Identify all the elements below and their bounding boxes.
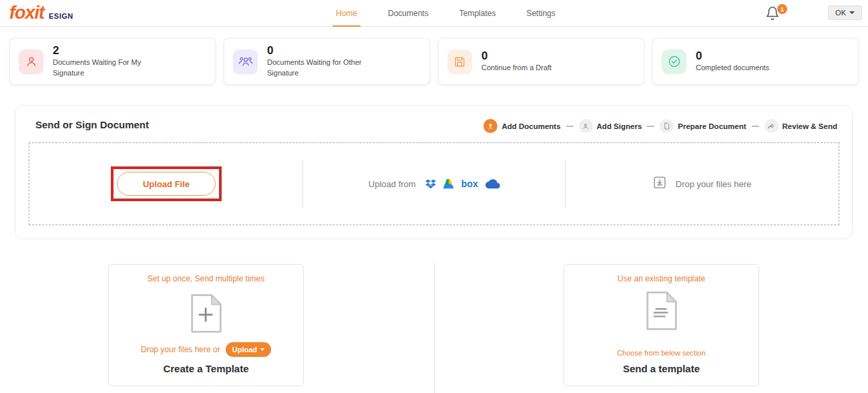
user-menu-label: OK (835, 9, 846, 17)
step-label: Add Documents (501, 122, 560, 130)
nav-tab-templates[interactable]: Templates (444, 0, 511, 27)
stat-card-drafts[interactable]: 0 Continue from a Draft (438, 38, 644, 85)
dropbox-icon[interactable] (425, 179, 436, 189)
stat-label: Documents Waiting for Other Signature (267, 57, 384, 79)
foxit-wordmark: foxit (9, 3, 44, 23)
person-icon (19, 49, 43, 74)
step-label: Review & Send (783, 122, 837, 130)
onedrive-icon[interactable] (485, 179, 500, 189)
check-circle-icon (662, 49, 686, 74)
stat-count: 0 (267, 44, 384, 57)
upload-dropzone[interactable]: Upload File Upload from box (29, 142, 839, 225)
step-label: Add Signers (597, 122, 642, 130)
signer-icon (579, 119, 593, 133)
foxit-esign-logo[interactable]: foxit ESIGN (9, 3, 73, 23)
step-connector (647, 126, 654, 127)
upload-circle-icon (483, 119, 497, 133)
stat-card-completed[interactable]: 0 Completed documents (652, 38, 859, 85)
panel-title: Send or Sign Document (35, 119, 149, 130)
chevron-down-icon (849, 11, 855, 14)
step-label: Prepare Document (678, 122, 746, 130)
drop-files-or-label: Drop your files here or (141, 345, 220, 354)
nav-tab-documents[interactable]: Documents (373, 0, 444, 27)
stat-count: 2 (53, 44, 170, 57)
step-connector (566, 126, 574, 127)
send-arrow-icon (765, 119, 779, 133)
chevron-down-icon (260, 348, 264, 351)
foxit-esign-home-page: foxit ESIGN Home Documents Templates Set… (0, 0, 868, 393)
choose-section-hint: Choose from below section (564, 349, 758, 357)
box-icon[interactable]: box (461, 178, 479, 189)
section-divider (434, 263, 435, 393)
stat-label: Documents Waiting For My Signature (53, 57, 170, 79)
notifications-button[interactable]: 1 (765, 5, 783, 23)
step-prepare-document: Prepare Document (660, 119, 746, 133)
create-template-title: Create a Template (109, 363, 303, 374)
upload-file-column: Upload File (29, 143, 303, 225)
drop-files-label: Drop your files here (676, 179, 751, 189)
nav-tab-home[interactable]: Home (320, 0, 373, 27)
stat-card-other-signature[interactable]: 0 Documents Waiting for Other Signature (224, 38, 430, 85)
workflow-steps: Add Documents Add Signers Prepare Docume… (483, 119, 837, 133)
send-template-title: Send a template (564, 363, 758, 374)
group-icon (233, 49, 258, 74)
file-plus-icon (109, 290, 303, 337)
google-drive-icon[interactable] (443, 179, 454, 188)
bell-icon (765, 12, 780, 23)
notification-badge: 1 (777, 4, 787, 14)
cloud-upload-column: Upload from box (303, 143, 566, 225)
send-template-card[interactable]: Use an existing template Choose from bel… (564, 264, 759, 386)
stat-card-my-signature[interactable]: 2 Documents Waiting For My Signature (9, 38, 216, 85)
step-connector (752, 126, 759, 127)
stat-count: 0 (696, 49, 769, 63)
send-template-tagline: Use an existing template (564, 274, 758, 283)
top-navbar: foxit ESIGN Home Documents Templates Set… (0, 0, 868, 27)
upload-file-button[interactable]: Upload File (117, 172, 216, 196)
stat-label: Continue from a Draft (481, 63, 552, 74)
draft-icon (447, 49, 472, 74)
step-add-signers: Add Signers (579, 119, 642, 133)
stats-row: 2 Documents Waiting For My Signature 0 D… (9, 38, 859, 85)
main-nav: Home Documents Templates Settings (320, 0, 571, 27)
file-text-icon (564, 287, 758, 334)
drop-files-column: Drop your files here (566, 143, 839, 225)
send-or-sign-panel: Send or Sign Document Add Documents Add … (15, 105, 853, 239)
upload-dropdown-button[interactable]: Upload (226, 342, 271, 357)
step-add-documents: Add Documents (483, 119, 560, 133)
esign-wordmark: ESIGN (49, 12, 73, 20)
upload-dropdown-label: Upload (232, 346, 257, 354)
upload-from-label: Upload from (369, 179, 416, 189)
create-template-tagline: Set up once, Send multiple times (109, 274, 303, 283)
download-arrow-icon (653, 176, 666, 192)
stat-count: 0 (481, 49, 552, 63)
user-menu-button[interactable]: OK (828, 5, 862, 20)
document-icon (660, 119, 674, 133)
stat-label: Completed documents (696, 63, 769, 74)
create-template-card[interactable]: Set up once, Send multiple times Drop yo… (108, 264, 304, 386)
step-review-send: Review & Send (765, 119, 837, 133)
nav-tab-settings[interactable]: Settings (511, 0, 570, 27)
